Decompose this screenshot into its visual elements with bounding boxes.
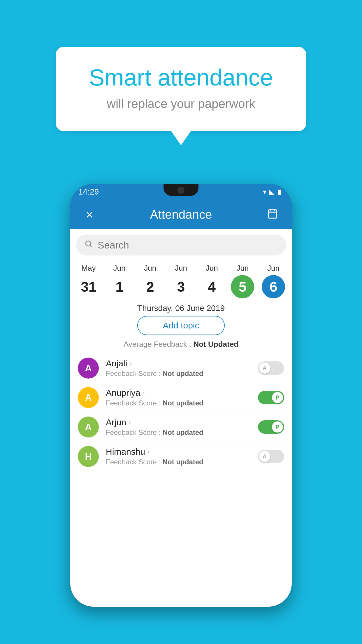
date-number[interactable]: 31	[77, 275, 100, 298]
battery-icon: ▮	[277, 188, 281, 196]
toggle-thumb: A	[259, 451, 270, 462]
search-bar[interactable]	[76, 235, 286, 256]
search-input[interactable]	[98, 239, 278, 251]
student-info: Anupriya ›Feedback Score : Not updated	[106, 388, 258, 407]
avatar: A	[78, 387, 99, 408]
date-number[interactable]: 6	[262, 275, 285, 298]
toggle-thumb: P	[272, 421, 283, 433]
feedback-score: Feedback Score : Not updated	[106, 458, 258, 466]
chevron-icon: ›	[147, 448, 150, 456]
toggle-wrapper[interactable]: P	[258, 391, 284, 404]
calendar-icon[interactable]	[264, 208, 281, 222]
student-info: Arjun ›Feedback Score : Not updated	[106, 417, 258, 437]
hero-section: Smart attendance will replace your paper…	[0, 0, 362, 149]
chevron-icon: ›	[129, 360, 131, 367]
status-icons: ▾ ◣ ▮	[263, 188, 281, 196]
status-time: 14:29	[78, 187, 99, 197]
date-number[interactable]: 3	[169, 275, 193, 298]
feedback-score: Feedback Score : Not updated	[106, 399, 258, 407]
svg-line-5	[90, 246, 92, 247]
phone-camera	[178, 187, 184, 194]
student-name: Himanshu ›	[106, 447, 258, 457]
date-col[interactable]: Jun6	[262, 264, 285, 298]
wifi-icon: ▾	[263, 188, 266, 196]
hero-title: Smart attendance	[79, 64, 283, 91]
date-month: Jun	[113, 264, 126, 273]
date-month: Jun	[236, 264, 249, 273]
date-col[interactable]: Jun3	[169, 264, 193, 298]
avatar: A	[78, 416, 99, 438]
date-col[interactable]: Jun2	[138, 264, 162, 298]
app-bar: × Attendance	[70, 200, 292, 229]
date-col[interactable]: Jun1	[108, 264, 131, 298]
date-month: Jun	[144, 264, 156, 273]
hero-subtitle: will replace your paperwork	[79, 97, 283, 111]
add-topic-button[interactable]: Add topic	[137, 316, 225, 335]
date-strip: May31Jun1Jun2Jun3Jun4Jun5Jun6	[70, 261, 292, 298]
date-number[interactable]: 4	[200, 275, 224, 298]
attendance-toggle[interactable]: P	[258, 420, 284, 434]
attendance-toggle[interactable]: A	[258, 450, 284, 463]
chevron-icon: ›	[143, 389, 145, 397]
avatar: H	[78, 446, 99, 467]
date-month: Jun	[206, 264, 218, 273]
student-name: Anupriya ›	[106, 388, 258, 398]
svg-point-4	[86, 241, 91, 246]
toggle-wrapper[interactable]: A	[258, 450, 284, 463]
student-row[interactable]: AArjun ›Feedback Score : Not updatedP	[73, 412, 289, 442]
screen-content: May31Jun1Jun2Jun3Jun4Jun5Jun6 Thursday, …	[70, 229, 292, 607]
toggle-thumb: A	[259, 363, 270, 374]
speech-bubble: Smart attendance will replace your paper…	[56, 47, 306, 131]
date-number[interactable]: 1	[108, 275, 131, 298]
student-info: Himanshu ›Feedback Score : Not updated	[106, 447, 258, 466]
student-list: AAnjali ›Feedback Score : Not updatedAAA…	[70, 354, 292, 471]
attendance-toggle[interactable]: A	[258, 361, 284, 375]
app-title: Attendance	[98, 208, 264, 222]
date-col[interactable]: May31	[77, 264, 100, 298]
student-row[interactable]: AAnjali ›Feedback Score : Not updatedA	[73, 354, 289, 383]
phone-notch	[164, 184, 198, 196]
selected-date-label: Thursday, 06 June 2019	[70, 298, 292, 316]
search-icon	[84, 239, 93, 251]
svg-rect-0	[268, 210, 277, 218]
toggle-wrapper[interactable]: A	[258, 361, 284, 375]
avatar: A	[78, 358, 99, 379]
toggle-wrapper[interactable]: P	[258, 420, 284, 434]
avg-feedback: Average Feedback : Not Updated	[70, 340, 292, 349]
student-info: Anjali ›Feedback Score : Not updated	[106, 358, 258, 378]
date-month: May	[81, 264, 96, 273]
avg-feedback-label: Average Feedback :	[124, 340, 191, 349]
avg-feedback-value: Not Updated	[193, 340, 238, 349]
date-col[interactable]: Jun5	[231, 264, 254, 298]
feedback-score: Feedback Score : Not updated	[106, 370, 258, 378]
date-number[interactable]: 5	[231, 275, 254, 298]
date-month: Jun	[175, 264, 187, 273]
student-name: Anjali ›	[106, 358, 258, 368]
chevron-icon: ›	[129, 419, 131, 426]
attendance-toggle[interactable]: P	[258, 391, 284, 404]
student-name: Arjun ›	[106, 417, 258, 427]
phone-frame: 14:29 ▾ ◣ ▮ × Attendance	[0, 184, 362, 607]
phone-body: 14:29 ▾ ◣ ▮ × Attendance	[70, 184, 292, 607]
signal-icon: ◣	[269, 188, 275, 196]
date-number[interactable]: 2	[138, 275, 162, 298]
student-row[interactable]: HHimanshu ›Feedback Score : Not updatedA	[73, 442, 289, 471]
student-row[interactable]: AAnupriya ›Feedback Score : Not updatedP	[73, 383, 289, 412]
close-button[interactable]: ×	[81, 207, 98, 222]
date-month: Jun	[267, 264, 280, 273]
feedback-score: Feedback Score : Not updated	[106, 428, 258, 437]
toggle-thumb: P	[272, 392, 283, 403]
date-col[interactable]: Jun4	[200, 264, 224, 298]
